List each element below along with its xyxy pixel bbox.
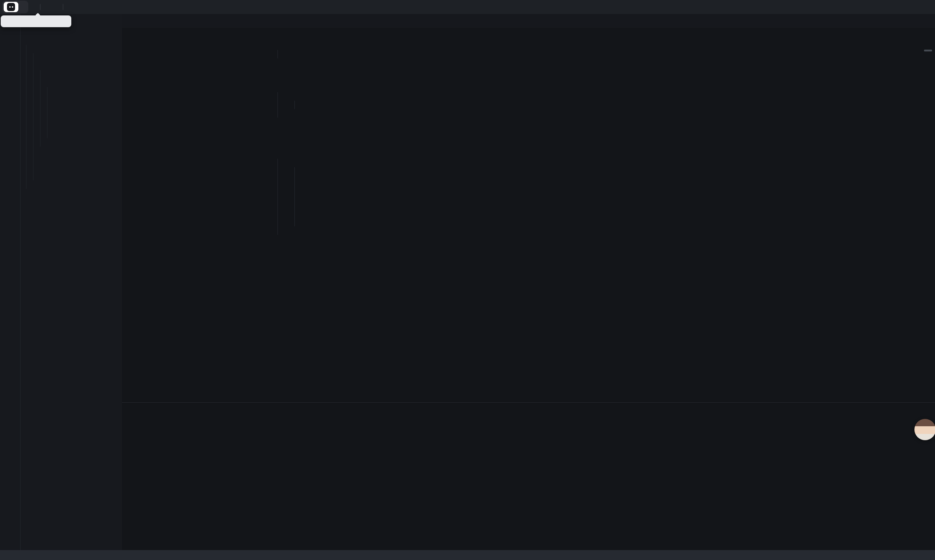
panel-tabs (122, 403, 935, 419)
code-editor[interactable] (122, 38, 935, 402)
divider (63, 4, 63, 10)
indent-guide (33, 53, 34, 180)
activity-bar (0, 14, 21, 550)
indent-guide (277, 50, 278, 58)
indent-guide (294, 167, 295, 226)
breadcrumb (122, 28, 935, 38)
trae-logo-icon (4, 2, 18, 12)
tab-bar (122, 14, 935, 28)
editor-area (122, 14, 935, 550)
assistant-avatar[interactable] (914, 419, 935, 440)
workspace-switcher[interactable] (44, 4, 59, 10)
titlebar (0, 0, 935, 14)
explorer-sidebar (20, 14, 122, 550)
global-search[interactable] (67, 4, 84, 10)
divider (40, 4, 40, 10)
app-logo[interactable] (2, 1, 28, 13)
ide-window (0, 0, 935, 560)
solo-mode-tooltip (1, 15, 71, 27)
chevron-down-icon (49, 4, 56, 10)
search-icon (71, 4, 77, 10)
indent-guide (40, 70, 40, 147)
indent-guide (26, 45, 26, 189)
status-bar (0, 550, 935, 560)
indent-guide (294, 101, 295, 109)
bottom-panel (122, 402, 935, 551)
indent-guide (277, 159, 278, 235)
minimap-slider[interactable] (924, 49, 932, 51)
indent-guide (47, 87, 48, 138)
indent-guide (277, 92, 278, 118)
